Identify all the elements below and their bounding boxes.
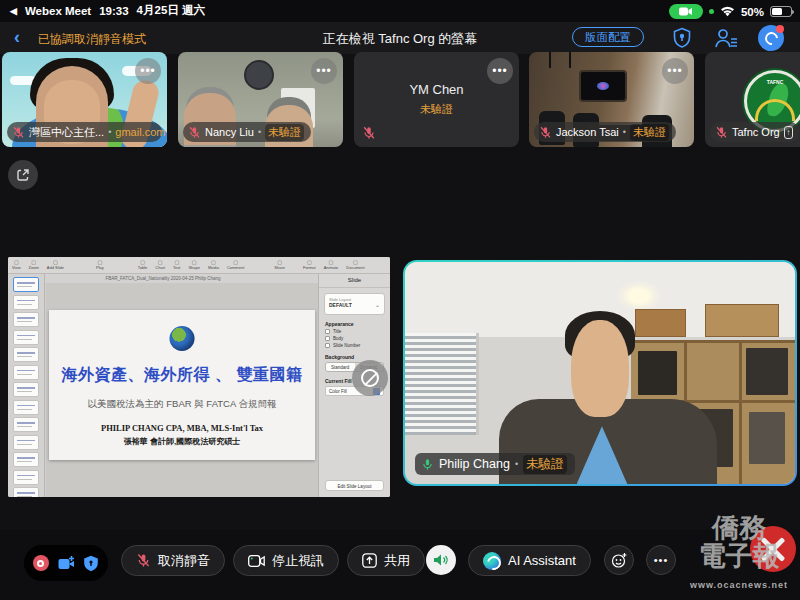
- external-link-icon: [16, 168, 30, 182]
- keynote-toolbar-item[interactable]: Animate: [324, 260, 339, 270]
- slide-layout-value: DEFAULT: [329, 302, 380, 308]
- inspector-tab-slide[interactable]: Slide: [319, 274, 390, 288]
- participant-badge: gmail.com: [115, 126, 165, 138]
- tile-more-button[interactable]: •••: [662, 58, 688, 84]
- edit-slide-layout-button[interactable]: Edit Slide Layout: [325, 480, 384, 491]
- speaker-name-pill: Philip Chang • 未驗證: [415, 453, 575, 475]
- wifi-icon: [720, 6, 735, 17]
- checkbox-slide-number[interactable]: Slide Number: [325, 343, 384, 348]
- muted-mic-icon: [539, 126, 552, 139]
- appearance-heading: Appearance: [325, 321, 384, 327]
- slide-thumbnail[interactable]: [13, 330, 39, 345]
- keynote-toolbar-item[interactable]: View: [12, 260, 21, 270]
- keynote-toolbar-item[interactable]: Comment: [227, 260, 244, 270]
- muted-mic-icon: [136, 553, 151, 568]
- slide-thumbnail[interactable]: [13, 365, 39, 380]
- participant-name: Jackson Tsai: [556, 126, 619, 138]
- tile-more-button[interactable]: •••: [311, 58, 337, 84]
- slide-thumbnail[interactable]: [13, 452, 39, 467]
- reactions-button[interactable]: [604, 545, 634, 575]
- checkbox-body[interactable]: Body: [325, 336, 384, 341]
- notification-dot: [776, 25, 784, 33]
- slide-thumbnail[interactable]: [13, 277, 39, 292]
- checkbox-title[interactable]: Title: [325, 329, 384, 334]
- speaker-name: Philip Chang: [439, 457, 510, 471]
- slide-thumbnail[interactable]: [13, 382, 39, 397]
- separator-dot: •: [108, 127, 111, 137]
- keynote-toolbar-item[interactable]: Shape: [188, 260, 200, 270]
- tile-more-button[interactable]: •••: [487, 58, 513, 84]
- background-heading: Background: [325, 354, 384, 360]
- muted-mic-icon: [188, 126, 201, 139]
- speaker-output-button[interactable]: [426, 545, 456, 575]
- participant-name: Nancy Liu: [205, 126, 254, 138]
- participants-icon[interactable]: [714, 27, 738, 49]
- segment-standard[interactable]: Standard: [326, 363, 355, 371]
- ai-assistant-label: AI Assistant: [508, 553, 576, 568]
- unmute-button[interactable]: 取消靜音: [121, 545, 225, 576]
- ceiling-light: [616, 280, 662, 312]
- keynote-toolbar-item[interactable]: Table: [138, 260, 148, 270]
- keynote-toolbar-item[interactable]: Chart: [155, 260, 165, 270]
- keynote-toolbar-item[interactable]: Share: [274, 260, 285, 270]
- stop-video-label: 停止視訊: [272, 552, 324, 570]
- slide-thumbnail[interactable]: [13, 470, 39, 485]
- slide-thumbnail[interactable]: [13, 347, 39, 362]
- muted-mic-icon: [136, 553, 151, 568]
- status-date: 4月25日 週六: [137, 3, 205, 18]
- record-indicator-icon: [33, 555, 49, 571]
- participant-tile-3[interactable]: YM Chen 未驗證 •••: [354, 52, 519, 147]
- keynote-toolbar-item[interactable]: Format: [303, 260, 316, 270]
- back-to-app-icon[interactable]: ◀: [10, 6, 17, 16]
- watermark-url: www.ocacnews.net: [680, 580, 798, 590]
- meeting-indicators-cluster[interactable]: [24, 545, 108, 581]
- participant-badge: 未驗證: [630, 124, 669, 141]
- slide-thumbnail[interactable]: [13, 312, 39, 327]
- participant-tile-2[interactable]: ••• Nancy Liu • 未驗證: [178, 52, 343, 147]
- ai-assistant-button[interactable]: AI Assistant: [468, 545, 591, 576]
- webex-meeting-screen: ◀ Webex Meet 19:33 4月25日 週六 50% ‹ 已協調取消靜…: [0, 0, 800, 600]
- shared-screen-content[interactable]: ViewZoomAdd SlidePlayTableChartTextShape…: [8, 257, 390, 497]
- slide-thumbnail[interactable]: [13, 417, 39, 432]
- slide-thumbnail[interactable]: [13, 295, 39, 310]
- participant-tile-4[interactable]: ••• Jackson Tsai • 未驗證: [529, 52, 694, 147]
- participant-tile-5[interactable]: TAFNC Tafnc Org ↑: [705, 52, 800, 147]
- share-button[interactable]: 共用: [347, 545, 425, 576]
- stop-video-button[interactable]: 停止視訊: [233, 545, 339, 576]
- webex-ai-icon: [483, 552, 501, 570]
- participant-tile-1[interactable]: ••• 灣區中心主任... • gmail.com: [2, 52, 167, 147]
- active-speaker-video[interactable]: Philip Chang • 未驗證: [403, 260, 797, 486]
- more-options-button[interactable]: •••: [646, 545, 676, 575]
- slide-layout-selector[interactable]: Slide Layout DEFAULT ⌄: [324, 293, 385, 315]
- muted-mic-icon: [539, 126, 552, 139]
- slide-thumbnail[interactable]: [13, 487, 39, 497]
- live-mic-icon: [421, 458, 434, 471]
- slide-thumbnail[interactable]: [13, 400, 39, 415]
- keynote-toolbar-item[interactable]: Text: [173, 260, 180, 270]
- battery-percent: 50%: [741, 6, 764, 18]
- live-mic-icon: [421, 458, 434, 471]
- emoji-plus-icon: [611, 552, 628, 569]
- keynote-toolbar-item[interactable]: Add Slide: [47, 260, 64, 270]
- battery-icon: [770, 6, 792, 17]
- chevron-down-icon: ⌄: [375, 301, 380, 308]
- popout-content-button[interactable]: [8, 160, 38, 190]
- status-time: 19:33: [99, 5, 128, 17]
- slide-thumbnail[interactable]: [13, 435, 39, 450]
- slide-presenter-line2: 張裕華 會計師,國際稅法研究碩士: [49, 436, 315, 447]
- separator-dot: •: [623, 127, 626, 137]
- tile-more-button[interactable]: •••: [135, 58, 161, 84]
- watermark-text-line1: 僑務: [680, 514, 798, 542]
- keynote-toolbar-item[interactable]: Zoom: [29, 260, 39, 270]
- logo-text: TAFNC: [747, 79, 800, 85]
- keynote-filename: FBAR_FATCA_Dual_Nationality 2020-04-25 P…: [8, 274, 318, 283]
- participant-name: 灣區中心主任...: [29, 125, 104, 140]
- watermark-seal-icon: [750, 526, 796, 572]
- layout-button[interactable]: 版面配置: [572, 27, 644, 47]
- keynote-toolbar-item[interactable]: Media: [208, 260, 219, 270]
- chat-button[interactable]: [758, 25, 784, 51]
- keynote-toolbar-item[interactable]: Play: [96, 260, 104, 270]
- keynote-toolbar-item[interactable]: Document: [346, 260, 364, 270]
- security-shield-icon[interactable]: [672, 27, 692, 49]
- participant-badge: 未驗證: [265, 124, 304, 141]
